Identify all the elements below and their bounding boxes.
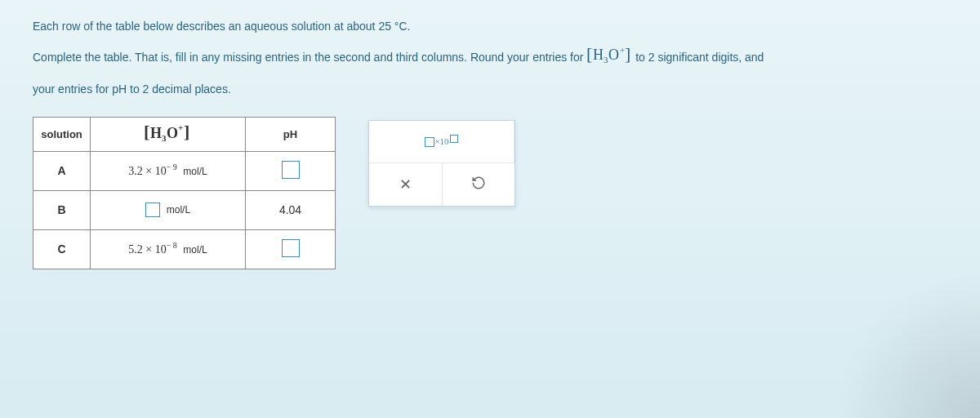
row-c-label: C	[33, 229, 91, 269]
svg-text:[: [	[144, 122, 149, 142]
question-line-3: your entries for pH to 2 decimal places.	[33, 79, 947, 100]
row-a-h3o: 3.2 × 10− 9 mol/L	[91, 151, 246, 190]
header-solution: solution	[33, 117, 91, 151]
row-b-ph: 4.04	[246, 190, 336, 229]
mantissa-box-icon	[425, 137, 434, 147]
question-line-2a: Complete the table. That is, fill in any…	[33, 51, 586, 64]
toolbox: ×10 ✕	[368, 120, 515, 207]
row-c-base: 10	[155, 243, 167, 256]
input-box-icon	[145, 202, 160, 217]
question-line-2b: to 2 significant digits, and	[635, 51, 764, 64]
reset-icon	[471, 176, 486, 193]
scientific-notation-button[interactable]: ×10	[369, 121, 514, 163]
row-a-ph-input[interactable]	[246, 151, 336, 190]
input-box-icon	[282, 161, 300, 179]
row-b-h3o-input[interactable]: mol/L	[91, 190, 246, 229]
row-c-coeff: 5.2	[128, 243, 143, 256]
corner-shadow	[833, 271, 980, 418]
h3o-formula-inline: [ H 3 O + ]	[586, 43, 632, 73]
row-a-label: A	[33, 151, 91, 190]
row-c-exp: − 8	[167, 242, 177, 251]
question-text: Each row of the table below describes an…	[33, 16, 947, 100]
reset-button[interactable]	[443, 163, 515, 206]
row-c-unit: mol/L	[183, 244, 207, 256]
svg-text:H: H	[150, 125, 162, 141]
row-a-coeff: 3.2	[128, 165, 143, 177]
svg-text:H: H	[593, 47, 604, 63]
header-ph: pH	[246, 117, 336, 151]
svg-text:+: +	[178, 122, 183, 132]
row-c-ph-input[interactable]	[246, 229, 336, 269]
svg-text:O: O	[608, 47, 619, 63]
row-a-exp: − 9	[167, 163, 177, 172]
row-a-base: 10	[155, 165, 167, 177]
input-box-icon	[282, 239, 300, 257]
svg-text:[: [	[586, 43, 592, 64]
exponent-box-icon	[450, 135, 458, 143]
row-c-h3o: 5.2 × 10− 8 mol/L	[91, 229, 246, 269]
question-line-2: Complete the table. That is, fill in any…	[33, 43, 947, 73]
close-icon: ✕	[399, 176, 412, 193]
svg-text:O: O	[167, 125, 178, 141]
x10-label: ×10	[434, 136, 448, 146]
row-a-unit: mol/L	[183, 166, 207, 177]
question-line-1: Each row of the table below describes an…	[33, 16, 947, 37]
header-h3o: [ H 3 O + ]	[91, 117, 246, 151]
row-b-label: B	[33, 190, 91, 229]
svg-text:]: ]	[184, 122, 189, 142]
content-area: solution [ H 3 O + ] pH A	[33, 117, 947, 269]
svg-text:]: ]	[625, 43, 630, 64]
data-table: solution [ H 3 O + ] pH A	[33, 117, 336, 269]
clear-button[interactable]: ✕	[369, 163, 443, 206]
row-b-unit: mol/L	[167, 204, 190, 216]
